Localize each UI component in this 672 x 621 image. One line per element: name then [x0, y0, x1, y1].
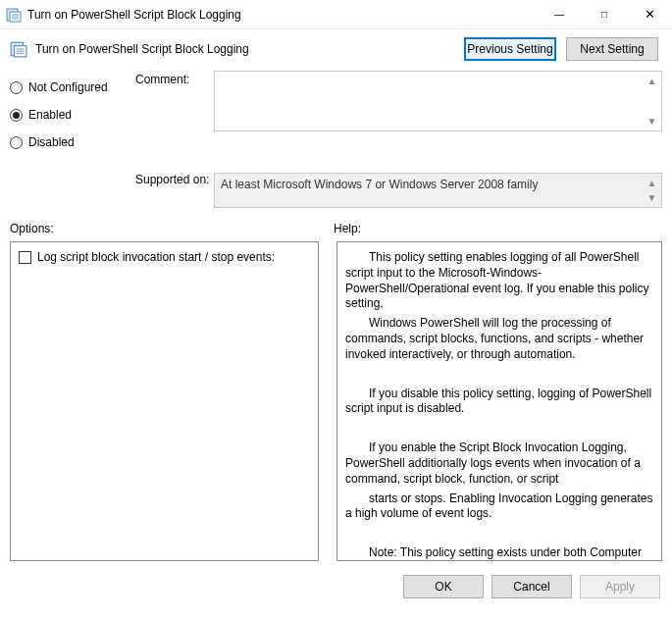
radio-icon	[10, 81, 23, 94]
dialog-footer: OK Cancel Apply	[0, 567, 672, 608]
header-row: Turn on PowerShell Script Block Logging …	[10, 37, 662, 61]
scroll-up-icon: ▲	[645, 176, 659, 190]
help-paragraph: This policy setting enables logging of a…	[345, 250, 653, 312]
supported-on-label: Supported on:	[135, 173, 214, 186]
checkbox-label: Log script block invocation start / stop…	[37, 250, 275, 264]
radio-disabled[interactable]: Disabled	[10, 135, 135, 149]
minimize-button[interactable]: —	[537, 0, 582, 28]
scroll-down-icon[interactable]: ▼	[645, 114, 659, 129]
help-paragraph: Windows PowerShell will log the processi…	[345, 316, 653, 362]
window-controls: — □ ✕	[537, 0, 672, 28]
help-pane: This policy setting enables logging of a…	[336, 241, 662, 561]
options-pane: Log script block invocation start / stop…	[10, 241, 319, 561]
titlebar: Turn on PowerShell Script Block Logging …	[0, 0, 672, 29]
checkbox-icon	[19, 251, 31, 264]
previous-setting-button[interactable]: Previous Setting	[464, 37, 556, 61]
radio-icon	[10, 109, 23, 122]
supported-on-text: At least Microsoft Windows 7 or Windows …	[214, 173, 662, 208]
scroll-down-icon: ▼	[645, 190, 659, 205]
policy-icon	[6, 7, 22, 23]
state-radio-group: Not Configured Enabled Disabled	[10, 71, 135, 163]
policy-icon	[10, 40, 27, 58]
policy-title: Turn on PowerShell Script Block Logging	[35, 42, 456, 56]
scroll-up-icon[interactable]: ▲	[645, 74, 659, 88]
help-paragraph: If you enable the Script Block Invocatio…	[345, 440, 653, 487]
help-paragraph: If you disable this policy setting, logg…	[345, 387, 653, 418]
apply-button[interactable]: Apply	[580, 575, 660, 598]
help-label: Help:	[334, 222, 662, 235]
radio-icon	[10, 136, 23, 149]
cancel-button[interactable]: Cancel	[491, 575, 572, 598]
help-paragraph: Note: This policy setting exists under b…	[345, 545, 653, 561]
ok-button[interactable]: OK	[403, 575, 484, 598]
close-button[interactable]: ✕	[627, 0, 672, 28]
log-invocation-checkbox[interactable]: Log script block invocation start / stop…	[19, 250, 310, 264]
options-label: Options:	[10, 222, 334, 235]
comment-label: Comment:	[135, 73, 214, 133]
radio-not-configured[interactable]: Not Configured	[10, 80, 135, 94]
help-text: This policy setting enables logging of a…	[345, 250, 653, 561]
radio-enabled[interactable]: Enabled	[10, 108, 135, 122]
radio-label: Not Configured	[28, 80, 108, 94]
supported-on-value: At least Microsoft Windows 7 or Windows …	[221, 178, 538, 191]
comment-textarea[interactable]: ▲ ▼	[214, 71, 662, 131]
help-paragraph: starts or stops. Enabling Invocation Log…	[345, 492, 653, 523]
radio-label: Enabled	[28, 108, 72, 122]
window-title: Turn on PowerShell Script Block Logging	[27, 8, 537, 22]
radio-label: Disabled	[28, 135, 75, 149]
next-setting-button[interactable]: Next Setting	[566, 37, 658, 61]
maximize-button[interactable]: □	[582, 0, 627, 28]
